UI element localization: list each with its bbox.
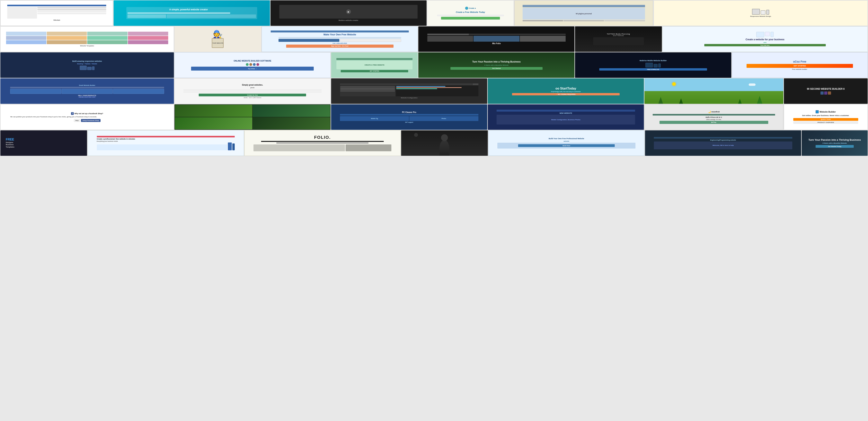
jimdo-label: Simply great websites. <box>242 84 263 86</box>
row-6: FREE DesignerBusinessTemplates Create a … <box>0 130 868 156</box>
tile-passion-thriving[interactable]: Turn Your Passion into a Thriving Busine… <box>802 130 868 156</box>
dark-builder-label: Modern website creator <box>339 19 358 21</box>
tattoo-sub: BODY PIERCING <box>613 35 624 36</box>
tile-build-own[interactable]: Build Your Own Free Professional Website… <box>488 130 645 156</box>
90second-label: 90 SECOND WEBSITE BUILDER 8 <box>807 88 844 90</box>
row-5: f Why not set up a Facebook Shop? We can… <box>0 104 868 130</box>
tile-dark-builder[interactable]: ▶ Modern website creator <box>271 0 427 26</box>
business-label: Create a website for your business <box>746 38 784 41</box>
mobirise-label: Mobirise Mobile Website Builder <box>640 60 666 62</box>
gostart-sub: Surprisingly swift, free and easy to cus… <box>551 91 581 92</box>
engineering-sub: Welcome, We're here to help <box>713 144 734 146</box>
sitejam-app-label: A simple, powerful website creator <box>127 8 249 11</box>
new-website-sub: Mobile Configuration, Business Photos <box>551 119 580 121</box>
sitejam-label: SiteJam <box>53 19 60 22</box>
company-home-label: CREATE A FREE WEBSITE <box>365 64 384 66</box>
small-builder-label: Small Website Builder <box>79 85 95 86</box>
tile-wb-cta[interactable]: 🌐 Website Builder Get online. Grow your … <box>784 104 868 130</box>
tile-business[interactable]: Create a website for your business idlG … <box>662 26 868 52</box>
build-own-label: Build Your Own Free Professional Website <box>549 138 584 139</box>
tile-company-home[interactable]: CREATE A FREE WEBSITE GET STARTED <box>331 53 418 78</box>
tile-gostart[interactable]: oo StartToday Surprisingly swift, free a… <box>488 78 644 104</box>
tile-new-website-config[interactable]: NEW WEBSITE Mobile Configuration, Busine… <box>488 104 644 130</box>
row-4: Small Website Builder SELL YOUR PRODUCTS… <box>0 78 868 104</box>
small-builder-sub: SELL YOUR PRODUCTS <box>78 95 96 96</box>
free-templates-sub: DesignerBusinessTemplates <box>6 141 82 148</box>
make-free-label: Make Your Own Free Website <box>323 33 356 36</box>
make-free-sub: Call 1-800-805-0920 <box>333 42 347 44</box>
tile-facebook-shop[interactable]: f Why not set up a Facebook Shop? We can… <box>0 104 174 130</box>
tile-responsive-builder[interactable]: Build amazing responsive websites Deskto… <box>0 53 174 78</box>
tile-portrait[interactable] <box>401 130 488 156</box>
responsive-builder-label: Build amazing responsive websites <box>72 60 102 62</box>
tile-moonfruit[interactable]: 🌙moonfruit Hello Prince de la V. Click a… <box>645 104 783 130</box>
create-professional-label: Create a professional, free website in m… <box>97 138 235 140</box>
tile-free-templates[interactable]: FREE DesignerBusinessTemplates <box>0 130 87 156</box>
tile-ucoz[interactable]: uCoz Free GET STARTED Free website build… <box>732 53 868 78</box>
pc-cleaner-sub: 24/7 support <box>405 122 413 123</box>
tile-pc-cleaner[interactable]: PC Cleaner Pro Mobile Cfg Photos 24/7 su… <box>331 104 487 130</box>
file-editor-label: Website Configuration <box>401 97 417 99</box>
ucoz-sub: Free website builder <box>792 68 807 70</box>
tile-templates[interactable]: Website Templates <box>0 26 174 52</box>
passion-business-label: Turn Your Passion into a Thriving Busine… <box>472 60 521 64</box>
jimdo-sub: Jimdo - Over 1,000 reasons <box>244 97 261 98</box>
online-software-label: ONLINE WEBSITE BUILDER SOFTWARE <box>234 60 271 62</box>
wb-cta-desc: Get online. Grow your business. Never mi… <box>802 114 849 117</box>
responsive-label: Responsive Website Design <box>750 15 771 18</box>
new-website-label: NEW WEBSITE <box>560 112 572 114</box>
free-templates-label: FREE <box>6 138 14 141</box>
tile-nature-photos[interactable] <box>175 104 331 130</box>
engineering-label: Engineering/Programming website <box>710 139 736 141</box>
row-1: SiteJam A simple, powerful website creat… <box>0 0 868 26</box>
tile-file-editor[interactable]: Website Configuration <box>331 78 487 104</box>
build-own-brand: website <box>563 140 569 142</box>
personal-label: Mi página personal <box>576 13 592 15</box>
tattoo-label: TATTOO Body Piercing <box>607 33 630 35</box>
tile-personal-page[interactable]: Mi página personal <box>515 0 653 26</box>
folio-label: FOLIO. <box>314 135 331 140</box>
mascot-label: YOUR WEB SITE <box>212 42 223 44</box>
tile-small-builder[interactable]: Small Website Builder SELL YOUR PRODUCTS… <box>0 78 174 104</box>
tile-folio[interactable]: FOLIO. <box>245 130 401 156</box>
ucoz-label: uCoz Free <box>793 60 806 63</box>
tile-make-free[interactable]: Make Your Own Free Website Call 1-800-80… <box>262 26 418 52</box>
tile-online-software[interactable]: ONLINE WEBSITE BUILDER SOFTWARE Try it f… <box>175 53 331 78</box>
passion-thriving-sub: It Starts with a Beautiful Website <box>823 142 847 144</box>
facebook-shop-label: Why not set up a Facebook Shop? <box>74 112 103 115</box>
tile-jimdo[interactable]: Simply great websites. jimdo Create for … <box>175 78 331 104</box>
tile-portfolio[interactable]: Mix Folio <box>418 26 575 52</box>
row-3: Build amazing responsive websites Deskto… <box>0 53 868 78</box>
moonfruit-label: 🌙moonfruit <box>708 110 719 113</box>
tile-sitejam[interactable]: SiteJam <box>0 0 113 26</box>
tile-passion-business-main[interactable]: Turn Your Passion into a Thriving Busine… <box>418 53 575 78</box>
facebook-shop-desc: We can publish your products into your F… <box>10 116 164 118</box>
portfolio-label: Mix Folio <box>492 42 501 44</box>
templates-label: Website Templates <box>80 45 94 47</box>
tile-engineering[interactable]: Engineering/Programming website Welcome,… <box>645 130 801 156</box>
tile-create-free[interactable]: 🌐 Create a Create a Free Website Today <box>427 0 514 26</box>
small-builder-sub2: ONLINE SHOPPING CART <box>79 96 96 98</box>
tile-90second[interactable]: 90 SECOND WEBSITE BUILDER 8 <box>784 78 868 104</box>
tile-responsive[interactable]: Responsive Website Design <box>654 0 868 26</box>
gostart-label: oo StartToday <box>555 87 576 90</box>
mosaic-container: SiteJam A simple, powerful website creat… <box>0 0 868 156</box>
wb-cta-label: Website Builder <box>819 110 836 113</box>
create-professional-sub: Everything your business needs <box>97 140 235 142</box>
tile-sitejam-app[interactable]: A simple, powerful website creator <box>114 0 270 26</box>
tile-landscape[interactable] <box>645 78 783 104</box>
passion-business-sub: It Starts with a Beautiful Website <box>484 64 508 66</box>
business-sub: idlG <box>764 42 767 43</box>
tile-create-professional[interactable]: Create a professional, free website in m… <box>88 130 244 156</box>
pc-cleaner-label: PC Cleaner Pro <box>402 111 416 114</box>
passion-thriving-label: Turn Your Passion into a Thriving Busine… <box>809 138 861 142</box>
tile-mascot[interactable]: 🧑‍🔧 YOUR WEB SITE <box>175 26 261 52</box>
tile-mobirise[interactable]: Mobirise Mobile Website Builder FREE DOW… <box>575 53 731 78</box>
moonfruit-sub: Hello Prince de la V. <box>706 116 722 118</box>
tile-tattoo[interactable]: TATTOO Body Piercing BODY PIERCING <box>575 26 662 52</box>
row-2: Website Templates 🧑‍🔧 YOUR WEB SITE Make… <box>0 26 868 52</box>
responsive-builder-sub: Desktop + Tablets + Mobile <box>77 63 97 65</box>
create-free-label: Create a Free Website Today <box>456 11 485 13</box>
